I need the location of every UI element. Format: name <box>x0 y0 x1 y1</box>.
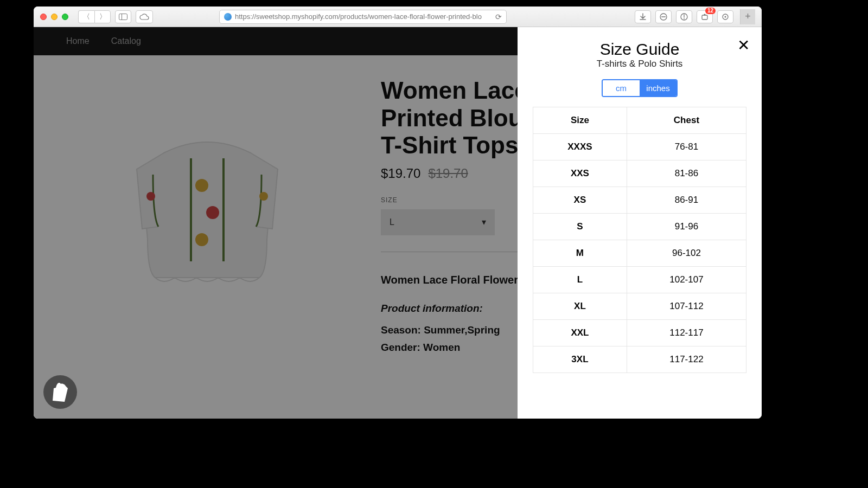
url-text: https://sweetshop.myshopify.com/products… <box>235 12 482 21</box>
col-chest: Chest <box>627 107 746 134</box>
size-cell: M <box>533 240 627 267</box>
minimize-window-button[interactable] <box>51 14 58 20</box>
sidebar-button[interactable] <box>115 10 131 23</box>
window-controls <box>40 14 68 20</box>
content-area: Home Catalog <box>34 27 762 419</box>
size-cell: XL <box>533 293 627 320</box>
svg-point-6 <box>704 14 706 15</box>
site-icon <box>224 13 232 21</box>
browser-window: 〈 〉 https://sweetshop.myshopify.com/prod… <box>34 7 762 419</box>
toolbar-right: 12 + <box>635 9 755 24</box>
chest-cell: 102-107 <box>627 267 746 293</box>
size-cell: 3XL <box>533 346 627 373</box>
privacy-button[interactable] <box>676 10 692 23</box>
table-row: L102-107 <box>533 267 746 293</box>
unit-inches-button[interactable]: inches <box>640 80 676 96</box>
table-row: M96-102 <box>533 240 746 267</box>
size-cell: S <box>533 214 627 240</box>
extension-button[interactable]: 12 <box>697 10 713 23</box>
unit-toggle: cm inches <box>602 79 678 97</box>
cloud-button[interactable] <box>136 10 153 23</box>
svg-point-8 <box>725 16 726 17</box>
unit-cm-button[interactable]: cm <box>603 80 640 96</box>
forward-button[interactable]: 〉 <box>94 10 111 23</box>
chest-cell: 76-81 <box>627 134 746 160</box>
chest-cell: 86-91 <box>627 187 746 214</box>
table-row: XS86-91 <box>533 187 746 214</box>
reload-button[interactable]: ⟳ <box>495 12 502 21</box>
size-guide-subtitle: T-shirts & Polo Shirts <box>533 59 746 69</box>
size-cell: XS <box>533 187 627 214</box>
table-row: 3XL117-122 <box>533 346 746 373</box>
size-cell: XXL <box>533 320 627 346</box>
downloads-button[interactable] <box>635 10 651 23</box>
address-bar[interactable]: https://sweetshop.myshopify.com/products… <box>219 10 507 24</box>
shopify-chat-badge[interactable] <box>43 375 77 409</box>
table-row: S91-96 <box>533 214 746 240</box>
close-drawer-button[interactable]: ✕ <box>737 38 750 53</box>
size-guide-title: Size Guide <box>533 40 746 59</box>
new-tab-button[interactable]: + <box>740 9 755 24</box>
back-button[interactable]: 〈 <box>78 10 94 23</box>
chest-cell: 91-96 <box>627 214 746 240</box>
chest-cell: 117-122 <box>627 346 746 373</box>
table-row: XL107-112 <box>533 293 746 320</box>
chest-cell: 107-112 <box>627 293 746 320</box>
titlebar: 〈 〉 https://sweetshop.myshopify.com/prod… <box>34 7 762 27</box>
table-row: XXXS76-81 <box>533 134 746 160</box>
extension-badge: 12 <box>705 8 716 14</box>
close-window-button[interactable] <box>40 14 47 20</box>
reader-button[interactable] <box>655 10 672 23</box>
chest-cell: 112-117 <box>627 320 746 346</box>
size-cell: XXXS <box>533 134 627 160</box>
chest-cell: 96-102 <box>627 240 746 267</box>
svg-rect-0 <box>119 14 127 20</box>
size-guide-drawer: ✕ Size Guide T-shirts & Polo Shirts cm i… <box>518 27 762 419</box>
table-row: XXS81-86 <box>533 160 746 187</box>
table-row: XXL112-117 <box>533 320 746 346</box>
chest-cell: 81-86 <box>627 160 746 187</box>
size-cell: L <box>533 267 627 293</box>
nav-buttons: 〈 〉 <box>78 10 111 23</box>
share-button[interactable] <box>717 10 733 23</box>
size-table: Size Chest XXXS76-81XXS81-86XS86-91S91-9… <box>533 107 746 373</box>
col-size: Size <box>533 107 627 134</box>
size-cell: XXS <box>533 160 627 187</box>
svg-rect-5 <box>702 15 707 20</box>
maximize-window-button[interactable] <box>62 14 68 20</box>
